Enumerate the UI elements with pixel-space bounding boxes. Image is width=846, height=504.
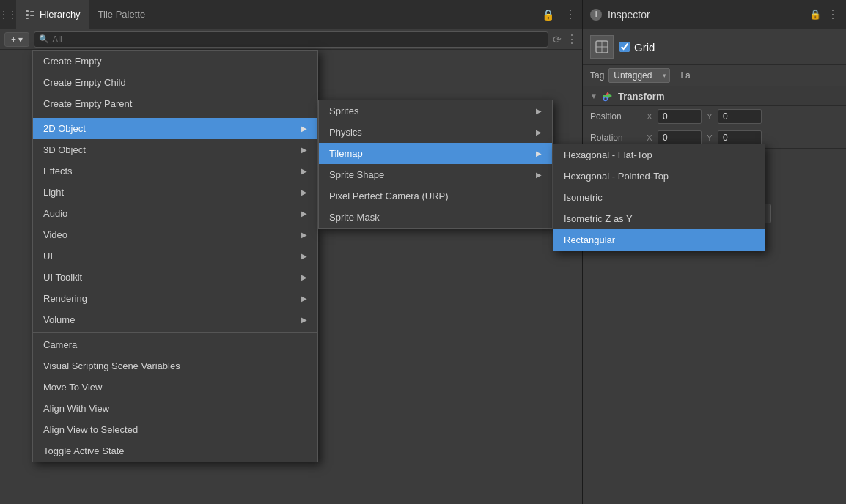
submenu-arrow-effects: ▶ — [301, 167, 307, 175]
submenu-arrow-sprite-shape: ▶ — [536, 171, 542, 179]
context-menu-level3: Hexagonal - Flat-Top Hexagonal - Pointed… — [553, 144, 765, 251]
menu-item-physics[interactable]: Physics ▶ — [319, 122, 552, 143]
hierarchy-options-icon[interactable]: ⋮ — [566, 32, 578, 46]
search-icon: 🔍 — [39, 34, 49, 44]
position-x-input[interactable] — [658, 109, 702, 124]
menu-item-sprite-shape[interactable]: Sprite Shape ▶ — [319, 164, 552, 185]
layer-label: La — [680, 70, 690, 81]
menu-item-tilemap[interactable]: Tilemap ▶ — [319, 143, 552, 164]
menu-item-audio[interactable]: Audio ▶ — [33, 203, 317, 224]
svg-rect-3 — [30, 11, 34, 12]
position-row: Position X Y — [583, 106, 846, 127]
submenu-arrow-3d: ▶ — [301, 146, 307, 154]
submenu-arrow-ui: ▶ — [301, 252, 307, 260]
rot-y-axis-label: Y — [705, 133, 715, 142]
context-menu-level1: Create Empty Create Empty Child Create E… — [32, 50, 318, 462]
menu-item-align-with-view[interactable]: Align With View — [33, 398, 317, 419]
tab-tile-palette[interactable]: Tile Palette — [89, 0, 155, 29]
tag-dropdown[interactable]: Untagged ▾ — [608, 68, 670, 83]
x-axis-label: X — [644, 112, 655, 121]
position-y-input[interactable] — [718, 109, 762, 124]
menu-item-camera[interactable]: Camera — [33, 334, 317, 355]
search-input[interactable] — [52, 34, 543, 45]
menu-item-visual-scripting[interactable]: Visual Scripting Scene Variables — [33, 355, 317, 377]
menu-item-rendering[interactable]: Rendering ▶ — [33, 288, 317, 309]
tab-hierarchy[interactable]: Hierarchy — [16, 0, 89, 29]
svg-rect-1 — [26, 14, 29, 16]
inspector-kebab-icon[interactable]: ⋮ — [827, 7, 839, 21]
submenu-arrow-volume: ▶ — [301, 316, 307, 324]
context-menu-level2: Sprites ▶ Physics ▶ Tilemap ▶ Sprite Sha… — [318, 100, 553, 229]
object-active-checkbox[interactable] — [619, 42, 630, 52]
menu-item-isometric-z[interactable]: Isometric Z as Y — [553, 208, 765, 229]
menu-item-ui-toolkit[interactable]: UI Toolkit ▶ — [33, 267, 317, 288]
transform-icon — [602, 90, 614, 102]
submenu-arrow-light: ▶ — [301, 188, 307, 196]
inspector-info-icon: i — [590, 9, 602, 21]
rotation-label: Rotation — [590, 133, 641, 143]
menu-item-align-view-to-selected[interactable]: Align View to Selected — [33, 419, 317, 440]
submenu-arrow-audio: ▶ — [301, 210, 307, 218]
hierarchy-toolbar: + ▾ 🔍 ⟳ ⋮ — [0, 29, 582, 50]
object-icon — [590, 35, 614, 59]
refresh-icon[interactable]: ⟳ — [553, 34, 562, 45]
submenu-arrow-2d: ▶ — [301, 125, 307, 133]
menu-item-hex-flat[interactable]: Hexagonal - Flat-Top — [553, 144, 765, 166]
svg-marker-11 — [608, 94, 612, 98]
hierarchy-icon — [25, 10, 35, 20]
menu-item-create-empty[interactable]: Create Empty — [33, 51, 317, 72]
menu-separator-1 — [33, 116, 317, 116]
inspector-lock-icon[interactable]: 🔒 — [809, 9, 821, 20]
menu-item-sprite-mask[interactable]: Sprite Mask — [319, 207, 552, 228]
menu-item-move-to-view[interactable]: Move To View — [33, 377, 317, 398]
tag-value: Untagged — [614, 70, 652, 81]
submenu-arrow-physics: ▶ — [536, 128, 542, 136]
rotation-y-input[interactable] — [718, 130, 762, 145]
submenu-arrow-sprites: ▶ — [536, 107, 542, 115]
transform-component-header[interactable]: ▼ Transform — [583, 86, 846, 106]
menu-item-light[interactable]: Light ▶ — [33, 182, 317, 203]
menu-item-hex-pointed[interactable]: Hexagonal - Pointed-Top — [553, 166, 765, 187]
panel-kebab-icon[interactable]: ⋮ — [559, 7, 582, 21]
submenu-arrow-video: ▶ — [301, 231, 307, 239]
y-axis-label: Y — [705, 112, 715, 121]
lock-icon[interactable]: 🔒 — [537, 9, 559, 21]
menu-item-ui[interactable]: UI ▶ — [33, 245, 317, 267]
svg-point-12 — [603, 97, 607, 101]
inspector-object-row: Grid — [583, 29, 846, 65]
rot-x-axis-label: X — [644, 133, 655, 142]
object-name: Grid — [634, 41, 655, 53]
tile-palette-tab-label: Tile Palette — [98, 9, 146, 20]
submenu-arrow-ui-toolkit: ▶ — [301, 273, 307, 281]
rotation-x-input[interactable] — [658, 130, 702, 145]
object-name-row: Grid — [619, 41, 839, 53]
hierarchy-tab-label: Hierarchy — [40, 9, 81, 20]
svg-rect-2 — [26, 18, 29, 19]
search-bar: 🔍 — [34, 32, 548, 48]
menu-separator-2 — [33, 332, 317, 333]
menu-item-isometric[interactable]: Isometric — [553, 187, 765, 208]
position-label: Position — [590, 111, 641, 122]
submenu-arrow-tilemap: ▶ — [536, 149, 542, 158]
menu-item-create-empty-parent[interactable]: Create Empty Parent — [33, 93, 317, 114]
menu-item-rectangular[interactable]: Rectangular — [553, 229, 765, 251]
menu-item-effects[interactable]: Effects ▶ — [33, 160, 317, 182]
menu-item-create-empty-child[interactable]: Create Empty Child — [33, 72, 317, 93]
expand-arrow-icon: ▼ — [590, 92, 597, 100]
svg-rect-4 — [30, 15, 34, 16]
inspector-panel-header: i Inspector 🔒 ⋮ — [582, 0, 846, 29]
menu-item-video[interactable]: Video ▶ — [33, 224, 317, 245]
menu-item-toggle-active[interactable]: Toggle Active State — [33, 440, 317, 462]
submenu-arrow-rendering: ▶ — [301, 294, 307, 303]
menu-item-pixel-perfect[interactable]: Pixel Perfect Camera (URP) — [319, 185, 552, 207]
tag-row: Tag Untagged ▾ La — [583, 65, 846, 86]
menu-item-2d-object[interactable]: 2D Object ▶ — [33, 118, 317, 139]
add-object-button[interactable]: + ▾ — [4, 32, 29, 47]
add-button-label: + ▾ — [11, 34, 23, 45]
menu-item-sprites[interactable]: Sprites ▶ — [319, 100, 552, 122]
svg-rect-0 — [26, 10, 29, 12]
inspector-title: Inspector — [608, 9, 803, 21]
panel-drag-handle: ⋮⋮ — [0, 0, 16, 29]
menu-item-3d-object[interactable]: 3D Object ▶ — [33, 139, 317, 160]
menu-item-volume[interactable]: Volume ▶ — [33, 309, 317, 330]
